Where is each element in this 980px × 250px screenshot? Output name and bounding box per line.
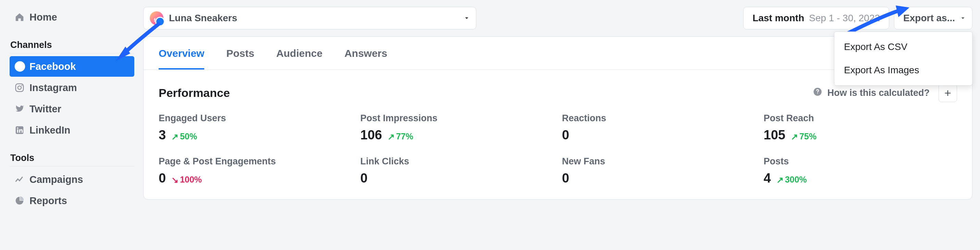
account-selector[interactable]: f Luna Sneakers: [143, 7, 476, 30]
main: f Luna Sneakers Last month Sep 1 - 30, 2…: [140, 0, 980, 218]
metric-delta: ↘100%: [171, 175, 202, 185]
metric-value: 106: [361, 128, 382, 142]
metric-delta: ↗75%: [791, 131, 816, 141]
help-icon: [813, 87, 822, 99]
metric-value: 0: [361, 171, 368, 186]
metrics-grid: Engaged Users 3 ↗50% Post Impressions 10…: [143, 108, 972, 186]
sidebar-item-campaigns[interactable]: Campaigns: [10, 169, 134, 190]
metric-value: 0: [562, 171, 569, 186]
sidebar-item-label: LinkedIn: [29, 125, 70, 136]
svg-point-2: [18, 86, 21, 89]
metric-label: Page & Post Engagements: [159, 156, 352, 167]
facebook-badge-icon: f: [154, 17, 156, 23]
export-menu: Export As CSV Export As Images: [834, 32, 972, 85]
sidebar-home-label: Home: [29, 12, 57, 23]
add-metric-button[interactable]: +: [939, 84, 957, 102]
sidebar-item-label: Instagram: [29, 82, 77, 93]
arrow-up-icon: ↗: [791, 132, 798, 142]
metric-link-clicks: Link Clicks 0: [361, 156, 554, 186]
sidebar-section-tools: Tools: [10, 150, 134, 166]
svg-rect-5: [17, 130, 19, 133]
arrow-up-icon: ↗: [171, 132, 178, 142]
how-calculated-label: How is this calculated?: [827, 88, 930, 98]
tab-posts[interactable]: Posts: [226, 47, 254, 70]
export-menu-item-csv[interactable]: Export As CSV: [834, 35, 972, 59]
facebook-icon: [14, 61, 29, 72]
caret-down-icon: [464, 15, 470, 21]
sidebar-item-label: Campaigns: [29, 174, 83, 185]
account-avatar: [150, 11, 164, 25]
account-name: Luna Sneakers: [169, 13, 237, 24]
tab-answers[interactable]: Answers: [344, 47, 387, 70]
metric-value: 3: [159, 128, 166, 142]
date-range: Sep 1 - 30, 2022: [809, 13, 880, 24]
metric-new-fans: New Fans 0: [562, 156, 756, 186]
metric-page-post-engagements: Page & Post Engagements 0 ↘100%: [159, 156, 352, 186]
metric-value: 0: [159, 171, 166, 186]
metric-post-impressions: Post Impressions 106 ↗77%: [361, 113, 554, 142]
metric-value: 105: [764, 128, 785, 142]
sidebar-home[interactable]: Home: [10, 7, 134, 27]
tab-overview[interactable]: Overview: [159, 47, 204, 70]
sidebar-item-facebook[interactable]: Facebook: [10, 56, 134, 77]
performance-title: Performance: [159, 86, 230, 100]
arrow-down-icon: ↘: [171, 175, 178, 185]
metric-label: Link Clicks: [361, 156, 554, 167]
plus-icon: +: [944, 86, 951, 100]
sidebar-item-twitter[interactable]: Twitter: [10, 99, 134, 119]
metric-delta: ↗77%: [388, 131, 413, 141]
trend-icon: [14, 174, 29, 185]
metric-posts: Posts 4 ↗300%: [764, 156, 958, 186]
metric-value: 0: [562, 128, 569, 142]
sidebar-item-linkedin[interactable]: LinkedIn: [10, 120, 134, 141]
metric-post-reach: Post Reach 105 ↗75%: [764, 113, 958, 142]
date-range-picker[interactable]: Last month Sep 1 - 30, 2022: [743, 7, 889, 30]
export-button[interactable]: Export as...: [894, 7, 972, 30]
date-label: Last month: [752, 13, 804, 24]
metric-engaged-users: Engaged Users 3 ↗50%: [159, 113, 352, 142]
arrow-up-icon: ↗: [776, 175, 784, 185]
metric-delta: ↗50%: [171, 131, 197, 141]
sidebar-item-label: Facebook: [29, 61, 76, 72]
export-label: Export as...: [903, 13, 955, 24]
sidebar-item-label: Twitter: [29, 103, 61, 115]
sidebar-item-instagram[interactable]: Instagram: [10, 78, 134, 98]
metric-label: Post Impressions: [361, 113, 554, 123]
sidebar-item-label: Reports: [29, 195, 67, 207]
topbar: f Luna Sneakers Last month Sep 1 - 30, 2…: [143, 7, 972, 30]
metric-label: Post Reach: [764, 113, 958, 123]
how-calculated-link[interactable]: How is this calculated?: [813, 87, 930, 99]
svg-point-6: [17, 127, 18, 129]
metric-label: New Fans: [562, 156, 756, 167]
home-icon: [14, 12, 29, 22]
sidebar-section-channels: Channels: [10, 37, 134, 54]
metric-label: Engaged Users: [159, 113, 352, 123]
pie-icon: [14, 196, 29, 206]
export-menu-item-images[interactable]: Export As Images: [834, 59, 972, 82]
linkedin-icon: [14, 125, 29, 135]
metric-label: Reactions: [562, 113, 756, 123]
metric-reactions: Reactions 0: [562, 113, 756, 142]
arrow-up-icon: ↗: [388, 132, 395, 142]
instagram-icon: [14, 82, 29, 93]
svg-point-3: [21, 85, 22, 86]
tab-audience[interactable]: Audience: [276, 47, 323, 70]
metric-label: Posts: [764, 156, 958, 167]
metric-value: 4: [764, 171, 771, 186]
sidebar: Home Channels Facebook Instagram Twitter: [0, 0, 140, 218]
metric-delta: ↗300%: [776, 175, 807, 185]
sidebar-item-reports[interactable]: Reports: [10, 190, 134, 211]
caret-down-icon: [960, 15, 966, 21]
twitter-icon: [14, 104, 29, 114]
